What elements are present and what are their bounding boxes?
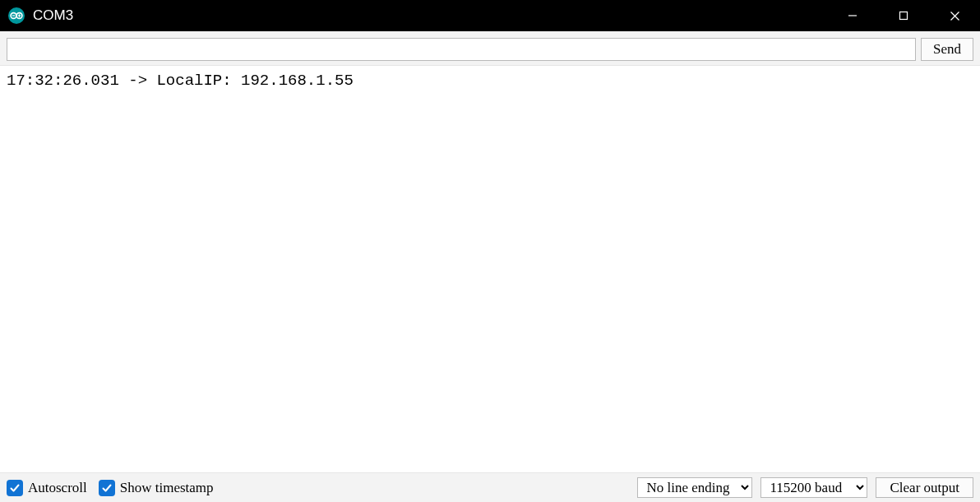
minimize-button[interactable] bbox=[827, 0, 878, 31]
show-timestamp-checkbox[interactable]: Show timestamp bbox=[99, 480, 214, 496]
input-row: Send bbox=[0, 31, 980, 66]
arduino-icon bbox=[8, 7, 25, 24]
bottom-bar: Autoscroll Show timestamp No line ending… bbox=[0, 472, 980, 502]
window-title: COM3 bbox=[33, 7, 73, 24]
show-timestamp-label: Show timestamp bbox=[120, 480, 214, 496]
autoscroll-label: Autoscroll bbox=[28, 480, 87, 496]
clear-output-button[interactable]: Clear output bbox=[876, 477, 973, 498]
titlebar: COM3 bbox=[0, 0, 980, 31]
serial-input[interactable] bbox=[7, 38, 916, 61]
checkbox-checked-icon bbox=[7, 480, 23, 496]
window-controls bbox=[827, 0, 980, 31]
send-button[interactable]: Send bbox=[921, 38, 973, 61]
svg-rect-6 bbox=[900, 12, 908, 20]
close-button[interactable] bbox=[929, 0, 980, 31]
line-ending-select[interactable]: No line endingNewlineCarriage returnBoth… bbox=[637, 477, 752, 498]
maximize-button[interactable] bbox=[878, 0, 929, 31]
checkbox-checked-icon bbox=[99, 480, 115, 496]
baud-select[interactable]: 9600 baud19200 baud38400 baud57600 baud1… bbox=[760, 477, 867, 498]
autoscroll-checkbox[interactable]: Autoscroll bbox=[7, 480, 87, 496]
serial-output[interactable]: 17:32:26.031 -> LocalIP: 192.168.1.55 bbox=[0, 66, 980, 472]
